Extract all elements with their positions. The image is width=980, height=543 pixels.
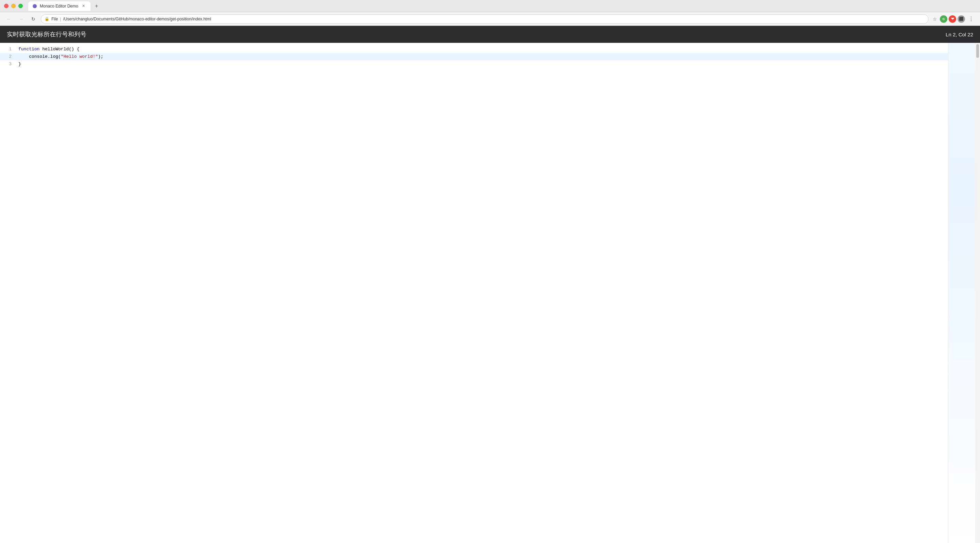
url-separator: | <box>60 17 61 21</box>
code-line-3[interactable]: 3 } <box>0 60 948 68</box>
extension-icon-1[interactable]: G <box>940 15 947 23</box>
line-content-2: console.log("Hello world!"); <box>17 53 103 60</box>
tab-title: Monaco Editor Demo <box>40 4 78 8</box>
keyword-function: function <box>18 47 40 52</box>
line-content-3: } <box>17 60 21 68</box>
close-button[interactable] <box>4 4 8 8</box>
new-tab-button[interactable]: + <box>92 2 102 11</box>
lock-icon: 🔒 <box>45 17 49 21</box>
cursor-position: Ln 2, Col 22 <box>946 32 973 37</box>
minimap <box>948 43 975 543</box>
title-bar: Monaco Editor Demo ✕ + <box>0 0 980 12</box>
tab-close-button[interactable]: ✕ <box>81 3 86 9</box>
forward-button[interactable]: → <box>16 14 26 24</box>
line2-suffix: ); <box>98 54 103 59</box>
line-number-3: 3 <box>0 60 17 68</box>
bookmark-icon[interactable]: ☆ <box>931 15 939 23</box>
address-bar[interactable]: 🔒 File | /Users/changluo/Documents/GitHu… <box>41 14 929 24</box>
scrollbar-thumb[interactable] <box>976 44 979 58</box>
editor-area: 1 function helloWorld() { 2 console.log(… <box>0 43 980 543</box>
nav-actions: ☆ G ❤ ⬛ ⋮ <box>931 14 976 24</box>
app-title: 实时获取光标所在行号和列号 <box>7 30 86 38</box>
url-path: /Users/changluo/Documents/GitHub/monaco-… <box>63 17 211 21</box>
extension-icon-3[interactable]: ⬛ <box>958 15 965 23</box>
line2-string: "Hello world!" <box>61 54 98 59</box>
line2-prefix: console.log( <box>18 54 61 59</box>
tab-bar: Monaco Editor Demo ✕ + <box>28 2 102 11</box>
line3-brace: } <box>18 62 21 67</box>
url-file-label: File <box>51 17 58 21</box>
vertical-scrollbar[interactable] <box>975 43 980 543</box>
refresh-button[interactable]: ↻ <box>29 14 38 24</box>
minimize-button[interactable] <box>11 4 16 8</box>
code-line-2[interactable]: 2 console.log("Hello world!"); <box>0 53 948 60</box>
maximize-button[interactable] <box>18 4 23 8</box>
extension-icon-2[interactable]: ❤ <box>949 15 956 23</box>
back-button[interactable]: ← <box>4 14 14 24</box>
line-number-2: 2 <box>0 53 17 60</box>
traffic-lights <box>4 4 23 8</box>
nav-bar: ← → ↻ 🔒 File | /Users/changluo/Documents… <box>0 12 980 26</box>
more-options-button[interactable]: ⋮ <box>966 14 976 24</box>
line-number-1: 1 <box>0 46 17 53</box>
app-header: 实时获取光标所在行号和列号 Ln 2, Col 22 <box>0 26 980 43</box>
editor-content[interactable]: 1 function helloWorld() { 2 console.log(… <box>0 43 948 543</box>
favicon-circle <box>33 4 37 8</box>
browser-window: Monaco Editor Demo ✕ + ← → ↻ 🔒 File | /U… <box>0 0 980 543</box>
line-content-1: function helloWorld() { <box>17 46 79 53</box>
active-tab[interactable]: Monaco Editor Demo ✕ <box>28 2 91 11</box>
line1-rest: helloWorld() { <box>40 47 79 52</box>
tab-favicon <box>32 4 37 8</box>
code-line-1[interactable]: 1 function helloWorld() { <box>0 46 948 53</box>
